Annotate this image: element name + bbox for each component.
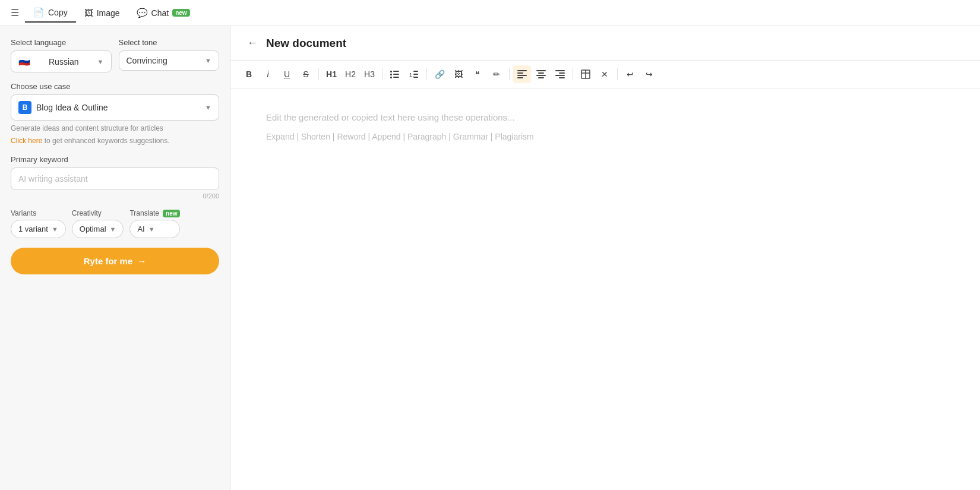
variants-label: Variants xyxy=(11,209,66,217)
nav-item-chat[interactable]: 💬 Chat new xyxy=(128,4,198,22)
translate-chevron-icon: ▼ xyxy=(148,226,155,233)
svg-rect-10 xyxy=(517,70,527,71)
tone-select[interactable]: Convincing ▼ xyxy=(119,50,220,71)
translate-select[interactable]: AI ▼ xyxy=(129,220,180,238)
nav-copy-label: Copy xyxy=(48,8,68,17)
variants-chevron-icon: ▼ xyxy=(52,226,58,233)
svg-rect-8 xyxy=(413,74,418,75)
keyword-label: Primary keyword xyxy=(11,155,219,164)
editor-area: ← New document B i U S H1 H2 H3 1. 🔗 🖼 ❝… xyxy=(230,26,980,490)
use-case-section: Choose use case B Blog Idea & Outline ▼ … xyxy=(11,82,219,146)
use-case-chevron-icon: ▼ xyxy=(205,104,211,111)
svg-rect-13 xyxy=(517,77,523,78)
char-count: 0/200 xyxy=(11,192,219,200)
op-expand[interactable]: Expand xyxy=(266,132,294,141)
lang-tone-row: Select language 🇷🇺 Russian ▼ Select tone… xyxy=(11,38,219,72)
toolbar-undo[interactable]: ↩ xyxy=(621,65,639,83)
toolbar-bold[interactable]: B xyxy=(240,65,258,83)
toolbar-image[interactable]: 🖼 xyxy=(450,65,467,83)
svg-text:1.: 1. xyxy=(409,72,414,78)
tone-value: Convincing xyxy=(127,56,167,65)
editor-header: ← New document xyxy=(230,26,980,61)
variants-select[interactable]: 1 variant ▼ xyxy=(11,220,66,238)
toolbar-underline[interactable]: U xyxy=(278,65,296,83)
toolbar-link[interactable]: 🔗 xyxy=(431,65,448,83)
keyword-input-wrapper xyxy=(11,167,219,190)
op-grammar[interactable]: Grammar xyxy=(453,132,488,141)
toolbar-bullet-list[interactable] xyxy=(386,65,404,83)
op-paragraph[interactable]: Paragraph xyxy=(407,132,446,141)
editor-placeholder-text: Edit the generated or copied text here u… xyxy=(266,112,944,122)
op-plagiarism[interactable]: Plagiarism xyxy=(495,132,533,141)
sidebar: Select language 🇷🇺 Russian ▼ Select tone… xyxy=(0,26,230,490)
nav-chat-label: Chat xyxy=(151,8,169,18)
use-case-icon: B xyxy=(18,101,31,114)
svg-rect-4 xyxy=(390,77,392,78)
toolbar-clear[interactable]: ✕ xyxy=(596,65,614,83)
toolbar-sep-1 xyxy=(318,68,319,80)
click-here-link[interactable]: Click here xyxy=(11,137,42,145)
creativity-label: Creativity xyxy=(72,209,124,217)
tone-chevron-icon: ▼ xyxy=(205,57,211,64)
use-case-value: Blog Idea & Outline xyxy=(36,103,200,112)
op-append[interactable]: Append xyxy=(372,132,400,141)
svg-rect-5 xyxy=(393,77,399,78)
back-button[interactable]: ← xyxy=(245,34,260,52)
svg-rect-0 xyxy=(390,71,392,72)
toolbar-h2[interactable]: H2 xyxy=(342,65,359,83)
ryte-button[interactable]: Ryte for me → xyxy=(11,248,219,274)
bottom-row: Variants 1 variant ▼ Creativity Optimal … xyxy=(11,209,219,238)
ryte-btn-arrow: → xyxy=(137,256,146,266)
svg-rect-2 xyxy=(390,74,392,75)
tone-wrapper: Select tone Convincing ▼ xyxy=(119,38,220,72)
keyword-section: Primary keyword 0/200 xyxy=(11,155,219,200)
toolbar-redo[interactable]: ↪ xyxy=(640,65,658,83)
op-sep-5: | xyxy=(448,132,453,141)
translate-badge: new xyxy=(163,210,180,217)
toolbar-strikethrough[interactable]: S xyxy=(297,65,315,83)
svg-rect-17 xyxy=(538,77,544,78)
toolbar-sep-3 xyxy=(426,68,427,80)
click-here-suffix: to get enhanced keywords suggestions. xyxy=(42,137,169,145)
toolbar-italic[interactable]: i xyxy=(259,65,277,83)
toolbar-table[interactable] xyxy=(577,65,595,83)
language-wrapper: Select language 🇷🇺 Russian ▼ xyxy=(11,38,112,72)
creativity-select[interactable]: Optimal ▼ xyxy=(72,220,124,238)
op-sep-1: | xyxy=(296,132,301,141)
op-shorten[interactable]: Shorten xyxy=(301,132,330,141)
toolbar-sep-5 xyxy=(573,68,573,80)
toolbar-h1[interactable]: H1 xyxy=(323,65,340,83)
toolbar-align-center[interactable] xyxy=(532,65,550,83)
use-case-select[interactable]: B Blog Idea & Outline ▼ xyxy=(11,94,219,121)
editor-operations: Expand | Shorten | Reword | Append | Par… xyxy=(266,132,944,141)
toolbar-ordered-list[interactable]: 1. xyxy=(405,65,423,83)
toolbar-quote[interactable]: ❝ xyxy=(469,65,486,83)
chat-icon: 💬 xyxy=(137,8,148,18)
toolbar-align-right[interactable] xyxy=(551,65,569,83)
use-case-hint: Generate ideas and content structure for… xyxy=(11,124,219,132)
svg-rect-18 xyxy=(555,70,565,71)
hamburger-icon[interactable]: ☰ xyxy=(5,4,25,22)
language-flag: 🇷🇺 xyxy=(18,56,30,67)
nav-item-copy[interactable]: 📄 Copy xyxy=(25,4,76,23)
creativity-group: Creativity Optimal ▼ xyxy=(72,209,124,238)
keyword-hint-row: Click here to get enhanced keywords sugg… xyxy=(11,135,219,146)
svg-rect-21 xyxy=(559,77,565,78)
keyword-input[interactable] xyxy=(11,167,219,190)
editor-content[interactable]: Edit the generated or copied text here u… xyxy=(230,88,980,490)
svg-rect-20 xyxy=(555,75,565,76)
op-sep-4: | xyxy=(403,132,407,141)
creativity-value: Optimal xyxy=(80,225,106,233)
toolbar-highlight[interactable]: ✏ xyxy=(488,65,505,83)
op-reword[interactable]: Reword xyxy=(337,132,365,141)
toolbar-align-left[interactable] xyxy=(513,65,531,83)
variants-group: Variants 1 variant ▼ xyxy=(11,209,66,238)
toolbar-h3[interactable]: H3 xyxy=(361,65,378,83)
language-select[interactable]: 🇷🇺 Russian ▼ xyxy=(11,50,112,72)
svg-rect-14 xyxy=(536,70,546,71)
copy-icon: 📄 xyxy=(33,7,45,18)
variants-value: 1 variant xyxy=(18,225,48,233)
nav-item-image[interactable]: 🖼 Image xyxy=(76,4,128,21)
svg-rect-3 xyxy=(393,74,399,75)
svg-rect-15 xyxy=(538,72,544,74)
